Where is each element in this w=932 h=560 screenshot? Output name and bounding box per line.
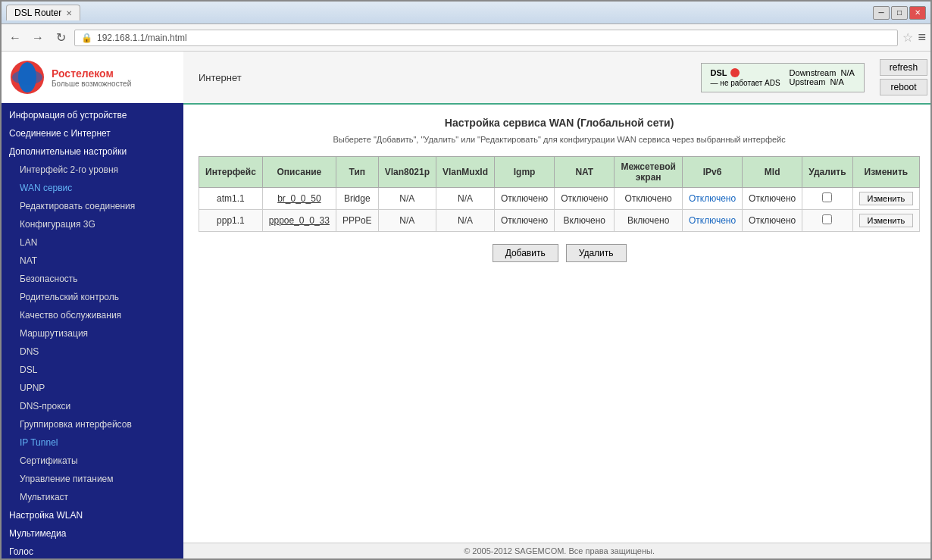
sidebar-item-routing[interactable]: Маршрутизация [2, 324, 183, 343]
close-button[interactable]: ✕ [909, 6, 926, 20]
main-area: Настройка сервиса WAN (Глобальной сети) … [183, 105, 930, 543]
col-ipv6: IPv6 [682, 157, 742, 188]
sidebar-item-wan[interactable]: WAN сервис [2, 179, 183, 197]
col-description: Описание [262, 157, 336, 188]
cell-firewall-2: Включено [615, 210, 683, 232]
sidebar-item-security[interactable]: Безопасность [2, 270, 183, 288]
forward-button[interactable]: → [29, 29, 47, 47]
cell-description-1[interactable]: br_0_0_50 [262, 188, 336, 210]
menu-icon[interactable]: ≡ [918, 30, 926, 45]
sidebar-item-extra[interactable]: Дополнительные настройки [2, 142, 183, 161]
page-subtitle: Выберете "Добавить", "Удалить" или "Реда… [199, 135, 920, 144]
delete-checkbox-1[interactable] [822, 192, 832, 202]
col-delete: Удалить [802, 157, 852, 188]
cell-delete-1[interactable] [802, 188, 852, 210]
browser-tab[interactable]: DSL Router ✕ [6, 5, 80, 20]
back-button[interactable]: ← [6, 29, 24, 47]
edit-button-2[interactable]: Изменить [859, 214, 914, 227]
table-row: atm1.1 br_0_0_50 Bridge N/A N/A Отключен… [199, 188, 920, 210]
title-bar: DSL Router ✕ ─ □ ✕ [2, 2, 930, 24]
sidebar-item-parental[interactable]: Родительский контроль [2, 288, 183, 306]
sidebar-item-iface-group[interactable]: Группировка интерфейсов [2, 415, 183, 433]
logo-text: Ростелеком [52, 67, 131, 80]
cell-vlan8021p-2: N/A [378, 210, 436, 232]
cell-edit-1[interactable]: Изменить [852, 188, 920, 210]
cell-mld-2: Отключено [743, 210, 802, 232]
browser-content: Ростелеком Больше возможностей Информаци… [2, 52, 930, 558]
internet-label: Интернет [199, 72, 242, 83]
sidebar-item-edit[interactable]: Редактировать соединения [2, 197, 183, 215]
col-vlanmuxid: VlanMuxId [436, 157, 495, 188]
delete-checkbox-2[interactable] [822, 214, 832, 224]
dsl-status-panel: DSL — не работает ADS Downstream N/A Ups… [701, 63, 865, 92]
cell-igmp-2: Отключено [495, 210, 555, 232]
page-title: Настройка сервиса WAN (Глобальной сети) [199, 117, 920, 129]
sidebar-item-power[interactable]: Управление питанием [2, 470, 183, 488]
dsl-values: Downstream N/A Upstream N/A [790, 68, 855, 86]
add-button[interactable]: Добавить [493, 244, 558, 262]
cell-nat-2: Включено [555, 210, 615, 232]
logo-sub: Больше возможностей [52, 80, 131, 88]
logo-icon [9, 59, 45, 95]
refresh-button[interactable]: refresh [880, 59, 927, 76]
cell-interface-2: ppp1.1 [199, 210, 263, 232]
lock-icon: 🔒 [81, 33, 92, 43]
cell-nat-1: Отключено [555, 188, 615, 210]
sidebar-item-voice[interactable]: Голос [2, 543, 183, 558]
reload-button[interactable]: ↻ [52, 29, 70, 47]
sidebar: Ростелеком Больше возможностей Информаци… [2, 52, 183, 558]
sidebar-item-dns-proxy[interactable]: DNS-прокси [2, 397, 183, 415]
tab-close-icon[interactable]: ✕ [66, 9, 72, 17]
sidebar-item-info[interactable]: Информация об устройстве [2, 106, 183, 124]
col-edit: Изменить [852, 157, 920, 188]
sidebar-item-multimedia[interactable]: Мультимедиа [2, 524, 183, 543]
sidebar-item-wlan[interactable]: Настройка WLAN [2, 506, 183, 524]
cell-interface-1: atm1.1 [199, 188, 263, 210]
cell-description-2[interactable]: pppoe_0_0_33 [262, 210, 336, 232]
sidebar-item-dns[interactable]: DNS [2, 343, 183, 361]
cell-vlanmuxid-2: N/A [436, 210, 495, 232]
cell-ipv6-1: Отключено [682, 188, 742, 210]
sidebar-item-dsl[interactable]: DSL [2, 361, 183, 379]
sidebar-item-ip-tunnel[interactable]: IP Tunnel [2, 433, 183, 452]
bookmark-icon[interactable]: ☆ [902, 30, 913, 45]
cell-delete-2[interactable] [802, 210, 852, 232]
wan-table: Интерфейс Описание Тип Vlan8021p VlanMux… [199, 156, 920, 232]
downstream-label: Downstream [790, 68, 837, 77]
sidebar-nav: Информация об устройстве Соединение с Ин… [2, 103, 183, 558]
sidebar-item-certs[interactable]: Сертификаты [2, 452, 183, 470]
cell-mld-1: Отключено [743, 188, 802, 210]
sidebar-item-nat[interactable]: NAT [2, 252, 183, 270]
sidebar-wrapper: Ростелеком Больше возможностей Информаци… [2, 52, 183, 558]
col-firewall: Межсетевой экран [615, 157, 683, 188]
sidebar-item-iface2[interactable]: Интерфейс 2-го уровня [2, 161, 183, 179]
cell-type-2: PPPoE [336, 210, 378, 232]
delete-button[interactable]: Удалить [566, 244, 627, 262]
cell-edit-2[interactable]: Изменить [852, 210, 920, 232]
col-igmp: Igmp [495, 157, 555, 188]
cell-igmp-1: Отключено [495, 188, 555, 210]
cell-type-1: Bridge [336, 188, 378, 210]
sidebar-item-3g[interactable]: Конфигурация 3G [2, 215, 183, 233]
svg-point-2 [12, 70, 42, 85]
upstream-label: Upstream [790, 77, 826, 86]
status-bar: Интернет DSL — не работает ADS Downstrea… [183, 52, 930, 105]
maximize-button[interactable]: □ [891, 6, 908, 20]
sidebar-item-qos[interactable]: Качество обслуживания [2, 306, 183, 324]
url-text: 192.168.1.1/main.html [97, 33, 187, 43]
footer: © 2005-2012 SAGEMCOM. Все права защищены… [183, 543, 930, 558]
tab-label: DSL Router [14, 8, 61, 18]
footer-text: © 2005-2012 SAGEMCOM. Все права защищены… [464, 546, 655, 555]
reboot-button[interactable]: reboot [880, 79, 927, 95]
cell-vlanmuxid-1: N/A [436, 188, 495, 210]
table-row: ppp1.1 pppoe_0_0_33 PPPoE N/A N/A Отключ… [199, 210, 920, 232]
edit-button-1[interactable]: Изменить [859, 192, 914, 205]
cell-vlan8021p-1: N/A [378, 188, 436, 210]
sidebar-item-lan[interactable]: LAN [2, 233, 183, 252]
sidebar-item-multicast[interactable]: Мультикаст [2, 488, 183, 506]
sidebar-item-upnp[interactable]: UPNP [2, 379, 183, 397]
minimize-button[interactable]: ─ [873, 6, 890, 20]
address-field[interactable]: 🔒 192.168.1.1/main.html [74, 30, 898, 46]
status-actions: refresh reboot [880, 59, 927, 95]
sidebar-item-internet[interactable]: Соединение с Интернет [2, 124, 183, 142]
